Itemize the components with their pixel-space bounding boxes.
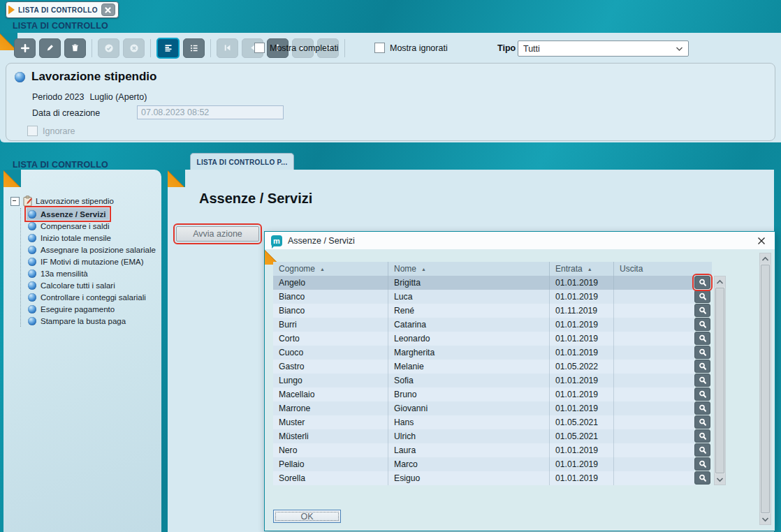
magnifier-button[interactable]: [694, 304, 710, 317]
delete-button[interactable]: [64, 38, 86, 58]
cell-cognome: Lungo: [273, 374, 388, 387]
table-row[interactable]: Müsterli Ulrich 01.05.2021: [273, 429, 694, 443]
show-ignored-checkbox[interactable]: [374, 43, 385, 53]
table-row[interactable]: Corto Leonardo 01.01.2019: [273, 332, 694, 346]
magnifier-button[interactable]: [694, 443, 710, 457]
cell-nome: René: [388, 304, 550, 318]
column-header[interactable]: Cognome ▲: [273, 262, 388, 276]
cell-cognome: Corto: [273, 332, 388, 346]
magnifier-icon: [699, 293, 707, 301]
clipboard-icon: [22, 195, 33, 207]
table-row[interactable]: Nero Laura 01.01.2019: [273, 443, 694, 457]
type-dropdown[interactable]: Tutti: [518, 40, 689, 57]
cancel-button[interactable]: [123, 38, 145, 58]
tree-item[interactable]: Controllare i conteggi salariali: [27, 291, 149, 303]
magnifier-icon: [699, 446, 707, 455]
creation-date-label: Data di creazione: [32, 108, 100, 118]
show-completed-checkbox[interactable]: [254, 43, 265, 53]
table-row[interactable]: Bianco Luca 01.01.2019: [273, 290, 694, 304]
magnifier-button[interactable]: [694, 332, 710, 345]
scroll-down-icon[interactable]: [715, 474, 725, 485]
table-row[interactable]: Cuoco Margherita 01.01.2019: [273, 346, 694, 360]
tree-item[interactable]: Calcolare tutti i salari: [27, 279, 119, 291]
scroll-up-icon[interactable]: [715, 276, 725, 287]
dialog-scrollbar[interactable]: [759, 253, 771, 525]
tree-item[interactable]: Assenze / Servizi: [27, 208, 109, 220]
ignore-checkbox[interactable]: [27, 126, 38, 136]
table-row[interactable]: Marrone Giovanni 01.01.2019: [273, 401, 694, 415]
magnifier-icon: [699, 474, 707, 482]
column-header[interactable]: Nome ▲: [388, 262, 550, 276]
tree-item[interactable]: 13a mensilità: [27, 267, 92, 279]
column-header[interactable]: Entrata ▲: [550, 262, 614, 276]
cell-uscita: [614, 401, 694, 415]
cell-cognome: Macellaio: [273, 387, 388, 401]
magnifier-button[interactable]: [694, 429, 710, 443]
scroll-up-icon[interactable]: [760, 253, 771, 264]
type-dropdown-value: Tutti: [523, 44, 540, 54]
collapse-expander-icon[interactable]: [10, 197, 20, 206]
magnifier-button[interactable]: [694, 401, 710, 415]
cell-nome: Brigitta: [388, 276, 550, 290]
magnifier-button[interactable]: [694, 276, 710, 289]
cell-uscita: [614, 471, 694, 485]
magnifier-button[interactable]: [694, 415, 710, 429]
cell-uscita: [614, 290, 694, 304]
magnifier-button[interactable]: [694, 374, 710, 387]
window-tab-label: LISTA DI CONTROLLO: [18, 6, 98, 14]
table-scrollbar[interactable]: [714, 276, 726, 485]
add-button[interactable]: [14, 38, 36, 58]
start-action-button[interactable]: Avvia azione: [176, 226, 259, 242]
tab-lista-di-controllo-p[interactable]: LISTA DI CONTROLLO P...: [190, 153, 294, 170]
table-row[interactable]: Sorella Esiguo 01.01.2019: [273, 471, 694, 485]
tree-root[interactable]: Lavorazione stipendio: [10, 195, 159, 207]
cell-entrata: 01.01.2019: [550, 471, 614, 485]
confirm-button[interactable]: [98, 38, 119, 58]
scrollbar-thumb[interactable]: [715, 288, 724, 473]
first-record-button[interactable]: [217, 38, 238, 58]
toolbar-separator: [92, 39, 92, 57]
tree-item[interactable]: IF Motivi di mutazione (EMA): [27, 256, 147, 267]
magnifier-button[interactable]: [694, 318, 710, 331]
table-row[interactable]: Angelo Brigitta 01.01.2019: [273, 276, 694, 290]
dialog-title-bar[interactable]: m Assenze / Servizi: [265, 232, 775, 250]
column-header-label: Entrata: [555, 264, 583, 274]
magnifier-button[interactable]: [694, 290, 710, 303]
table-row[interactable]: Burri Catarina 01.01.2019: [273, 318, 694, 332]
cell-entrata: 01.05.2021: [550, 429, 614, 443]
tree-item[interactable]: Eseguire pagamento: [27, 303, 118, 315]
cell-uscita: [614, 360, 694, 374]
toolbar-separator: [344, 39, 345, 57]
close-icon[interactable]: [101, 3, 115, 16]
tree-item[interactable]: Inizio totale mensile: [27, 232, 115, 244]
ok-button[interactable]: OK: [273, 510, 341, 523]
magnifier-button[interactable]: [694, 360, 710, 373]
list-view-button[interactable]: [156, 38, 180, 59]
edit-button[interactable]: [39, 38, 61, 58]
magnifier-button[interactable]: [694, 387, 710, 401]
table-row[interactable]: Muster Hans 01.05.2021: [273, 415, 694, 429]
magnifier-button[interactable]: [694, 346, 710, 359]
cell-nome: Leonardo: [388, 332, 550, 346]
scroll-down-icon[interactable]: [760, 514, 771, 524]
table-row[interactable]: Lungo Sofia 01.01.2019: [273, 374, 694, 387]
window-tab-lista-di-controllo[interactable]: LISTA DI CONTROLLO: [6, 1, 119, 18]
magnifier-button[interactable]: [694, 457, 710, 471]
cell-nome: Laura: [388, 443, 550, 457]
checklist-tree-panel: Lavorazione stipendio Assenze / Servizi …: [3, 170, 161, 532]
table-row[interactable]: Pellaio Marco 01.01.2019: [273, 457, 694, 471]
magnifier-button[interactable]: [694, 471, 710, 485]
table-row[interactable]: Bianco René 01.11.2019: [273, 304, 694, 318]
detail-view-button[interactable]: [183, 38, 205, 58]
creation-date-field[interactable]: [137, 105, 284, 119]
type-label: Tipo: [497, 43, 516, 53]
table-row[interactable]: Macellaio Bruno 01.01.2019: [273, 387, 694, 401]
table-row[interactable]: Gastro Melanie 01.05.2022: [273, 360, 694, 374]
close-icon[interactable]: [754, 234, 768, 248]
tree-item[interactable]: Compensare i saldi: [27, 220, 112, 232]
magnifier-icon: [699, 320, 707, 329]
column-header[interactable]: Uscita: [614, 262, 694, 276]
tree-item[interactable]: Assegnare la posizione salariale: [27, 244, 159, 256]
tree-item[interactable]: Stampare la busta paga: [27, 315, 129, 327]
scrollbar-thumb[interactable]: [761, 265, 770, 513]
